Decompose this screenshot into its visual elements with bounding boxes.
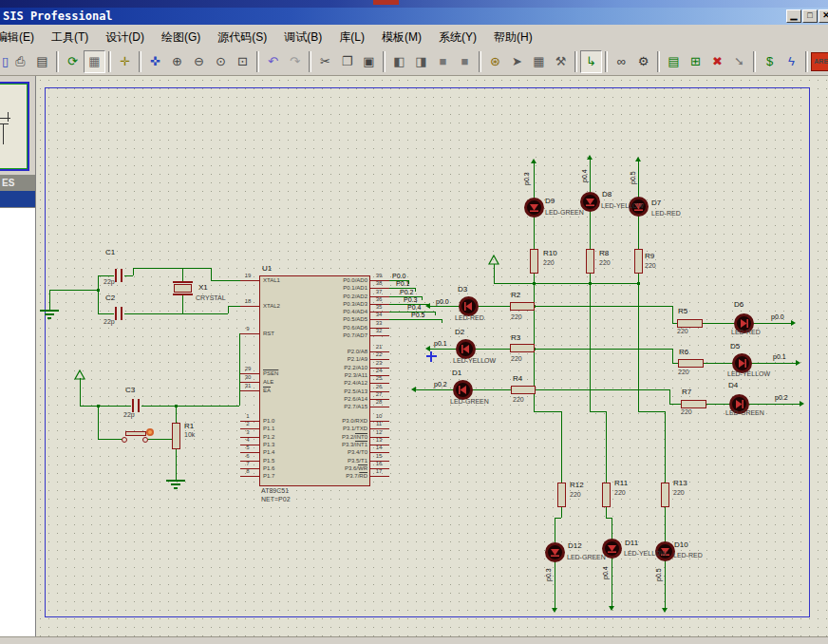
goto-sheet-button[interactable]: ➘ bbox=[728, 50, 750, 73]
wire[interactable] bbox=[98, 406, 99, 439]
wire[interactable] bbox=[176, 449, 177, 480]
menu-item-4[interactable]: 绘图(G) bbox=[153, 25, 209, 47]
wire[interactable] bbox=[494, 264, 495, 283]
led-D9[interactable] bbox=[524, 198, 544, 218]
menu-item-7[interactable]: 库(L) bbox=[330, 25, 373, 47]
wire[interactable] bbox=[98, 275, 99, 313]
wire[interactable] bbox=[442, 319, 442, 323]
wire[interactable] bbox=[665, 411, 666, 608]
zoom-in-button[interactable]: ⊕ bbox=[166, 50, 188, 73]
resistor-R6[interactable] bbox=[678, 359, 704, 368]
wire[interactable] bbox=[612, 518, 612, 606]
power-terminal[interactable] bbox=[488, 253, 499, 264]
capacitor-C1[interactable] bbox=[114, 269, 124, 282]
wire[interactable] bbox=[49, 290, 50, 310]
wire[interactable] bbox=[415, 288, 416, 292]
wire[interactable] bbox=[494, 283, 638, 284]
netlist-to-ares-icon[interactable]: ARES bbox=[811, 52, 828, 71]
menu-item-10[interactable]: 帮助(H) bbox=[485, 25, 541, 47]
wire[interactable] bbox=[176, 406, 177, 423]
wire[interactable] bbox=[534, 411, 561, 412]
menu-item-9[interactable]: 系统(Y) bbox=[430, 25, 485, 47]
wire[interactable] bbox=[672, 306, 673, 323]
title-bar[interactable]: SIS Professional ▁□✕ bbox=[0, 8, 828, 25]
zoom-extents-button[interactable]: ⊙ bbox=[210, 50, 232, 73]
wire[interactable] bbox=[80, 378, 81, 406]
wire-autorouter-button[interactable]: ↳ bbox=[580, 50, 602, 73]
electrical-check-button[interactable]: ϟ bbox=[781, 50, 802, 73]
resistor-R1[interactable] bbox=[172, 423, 180, 449]
wire[interactable] bbox=[389, 319, 442, 320]
menu-item-2[interactable]: 工具(T) bbox=[43, 25, 97, 47]
paste-button[interactable]: ▣ bbox=[358, 50, 380, 73]
resistor-R10[interactable] bbox=[530, 249, 538, 274]
resistor-R9[interactable] bbox=[634, 249, 643, 274]
wire[interactable] bbox=[435, 312, 436, 315]
copy-button[interactable]: ❐ bbox=[336, 50, 358, 73]
push-button-reset-button[interactable] bbox=[118, 427, 154, 446]
resistor-R11[interactable] bbox=[602, 483, 611, 507]
packaging-tool-button[interactable]: ▦ bbox=[528, 50, 550, 73]
block-move-button[interactable]: ◨ bbox=[410, 50, 432, 73]
wire[interactable] bbox=[669, 389, 670, 404]
wire[interactable] bbox=[422, 296, 423, 300]
led-D3[interactable] bbox=[459, 296, 479, 316]
block-rotate-button[interactable]: ■ bbox=[432, 50, 454, 73]
origin-button[interactable]: ✛ bbox=[114, 50, 136, 73]
undo-button[interactable]: ↶ bbox=[262, 50, 284, 73]
resistor-R2[interactable] bbox=[510, 302, 535, 311]
zoom-out-button[interactable]: ⊖ bbox=[188, 50, 210, 73]
crystal-X1[interactable] bbox=[170, 281, 196, 295]
wire[interactable] bbox=[672, 349, 673, 363]
wire[interactable] bbox=[182, 294, 183, 313]
wire[interactable] bbox=[555, 518, 555, 608]
minimize-button[interactable]: ▁ bbox=[786, 9, 801, 23]
close-button[interactable]: ✕ bbox=[819, 9, 828, 23]
wire[interactable] bbox=[133, 268, 134, 275]
wire[interactable] bbox=[555, 518, 561, 519]
resistor-R5[interactable] bbox=[677, 319, 703, 328]
wire[interactable] bbox=[228, 306, 229, 313]
remove-sheet-button[interactable]: ✖ bbox=[706, 50, 728, 73]
led-D1[interactable] bbox=[453, 380, 473, 400]
resistor-R13[interactable] bbox=[661, 483, 669, 507]
wire[interactable] bbox=[182, 268, 183, 282]
export-graphics-button[interactable]: ▤ bbox=[31, 50, 53, 73]
menu-item-6[interactable]: 调试(B) bbox=[275, 25, 330, 47]
menu-item-8[interactable]: 模板(M) bbox=[373, 25, 430, 47]
wire[interactable] bbox=[211, 268, 212, 280]
led-D2[interactable] bbox=[456, 339, 476, 359]
wire[interactable] bbox=[638, 411, 665, 412]
search-tag-button[interactable]: ∞ bbox=[611, 50, 632, 73]
new-file-button[interactable]: ▯ bbox=[1, 50, 9, 73]
block-delete-button[interactable]: ■ bbox=[454, 50, 476, 73]
wire[interactable] bbox=[228, 306, 240, 307]
object-selector-list[interactable] bbox=[0, 207, 36, 636]
redo-button[interactable]: ↷ bbox=[284, 50, 306, 73]
property-assignment-button[interactable]: ⚙ bbox=[632, 50, 654, 73]
make-device-button[interactable]: ➤ bbox=[506, 50, 528, 73]
resistor-R8[interactable] bbox=[586, 249, 594, 274]
resistor-R7[interactable] bbox=[681, 400, 706, 408]
power-terminal[interactable] bbox=[74, 368, 85, 379]
menu-item-5[interactable]: 源代码(S) bbox=[209, 25, 275, 47]
design-explorer-button[interactable]: ▤ bbox=[663, 50, 685, 73]
wire[interactable] bbox=[133, 268, 211, 269]
menu-item-1[interactable]: 编辑(E) bbox=[0, 25, 43, 47]
resistor-R4[interactable] bbox=[511, 386, 536, 394]
print-button[interactable]: ⎙ bbox=[9, 50, 31, 73]
pan-button[interactable]: ✜ bbox=[144, 50, 166, 73]
decompose-button[interactable]: ⚒ bbox=[550, 50, 572, 73]
resistor-R3[interactable] bbox=[510, 344, 535, 352]
capacitor-C2[interactable] bbox=[114, 307, 124, 320]
wire[interactable] bbox=[49, 290, 98, 291]
led-D12[interactable] bbox=[545, 542, 565, 562]
pick-part-button[interactable]: ⊛ bbox=[484, 50, 506, 73]
wire[interactable] bbox=[590, 411, 606, 412]
menu-item-3[interactable]: 设计(D) bbox=[97, 25, 153, 47]
capacitor-C3[interactable] bbox=[131, 399, 141, 412]
wire[interactable] bbox=[80, 406, 239, 407]
block-copy-button[interactable]: ◧ bbox=[388, 50, 410, 73]
bill-of-materials-button[interactable]: $ bbox=[759, 50, 781, 73]
maximize-button[interactable]: □ bbox=[802, 9, 818, 23]
